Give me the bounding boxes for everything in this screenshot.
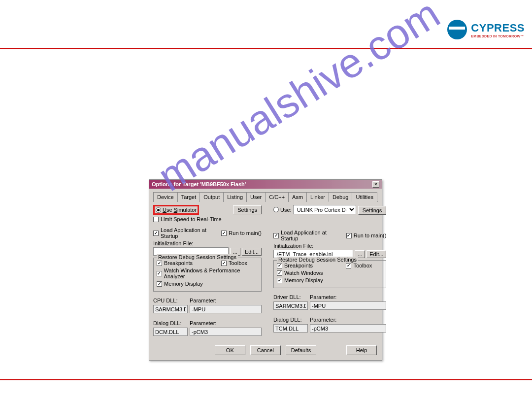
- dbg-watch-checkbox[interactable]: [277, 270, 282, 276]
- dbg-settings-button[interactable]: Settings: [358, 206, 387, 215]
- sim-settings-button[interactable]: Settings: [233, 205, 262, 214]
- header-divider: [0, 48, 532, 49]
- sim-load-app-checkbox[interactable]: [153, 231, 159, 236]
- sim-edit-button[interactable]: Edit...: [242, 248, 262, 256]
- tab-linker[interactable]: Linker: [306, 192, 329, 202]
- dbg-restore-title: Restore Debug Session Settings: [277, 257, 358, 263]
- sim-watch-label: Watch Windows & Performance Analyzer: [164, 267, 258, 279]
- tab-target[interactable]: Target: [177, 192, 200, 202]
- sim-memory-label: Memory Display: [164, 281, 203, 287]
- options-dialog: Options for Target 'MB9BF50x Flash' × De…: [149, 179, 382, 361]
- sim-breakpoints-label: Breakpoints: [164, 260, 219, 266]
- logo-mark: [447, 20, 467, 39]
- cpu-dll-input: [153, 305, 188, 313]
- sim-dialog-dll-input: [153, 328, 188, 336]
- sim-memory-checkbox[interactable]: [157, 281, 162, 287]
- dbg-toolbox-label: Toolbox: [353, 263, 383, 268]
- driver-dll-label: Driver DLL:: [273, 294, 308, 300]
- dbg-dialog-dll-label: Dialog DLL:: [273, 317, 308, 323]
- dbg-dialog-param-input: [310, 324, 386, 332]
- tab-bar: Device Target Output Listing User C/C++ …: [153, 192, 378, 202]
- tab-listing[interactable]: Listing: [223, 192, 247, 202]
- cpu-param-label: Parameter:: [190, 298, 216, 303]
- use-simulator-label: Use Simulator: [163, 207, 197, 213]
- sim-dialog-dll-label: Dialog DLL:: [153, 320, 188, 326]
- dbg-load-app-checkbox[interactable]: [273, 233, 279, 238]
- sim-toolbox-checkbox[interactable]: [221, 261, 227, 266]
- sim-run-main-label: Run to main(): [229, 230, 262, 236]
- dbg-watch-label: Watch Windows: [284, 270, 323, 276]
- cpu-dll-label: CPU DLL:: [153, 298, 188, 303]
- dialog-buttons: OK Cancel Defaults Help: [153, 342, 378, 356]
- brand-logo: CYPRESS EMBEDDED IN TOMORROW™: [447, 20, 525, 39]
- use-debugger-radio[interactable]: [273, 207, 279, 212]
- sim-run-main-checkbox[interactable]: [221, 231, 227, 236]
- dbg-restore-fieldset: Restore Debug Session Settings Breakpoin…: [273, 260, 386, 288]
- brand-name: CYPRESS: [471, 22, 525, 34]
- close-icon[interactable]: ×: [372, 181, 379, 188]
- cpu-param-input: [190, 305, 262, 313]
- tab-output[interactable]: Output: [200, 192, 224, 202]
- use-simulator-highlight: Use Simulator: [153, 205, 199, 215]
- driver-dll-input: [273, 301, 308, 310]
- dbg-breakpoints-label: Breakpoints: [284, 263, 344, 268]
- dbg-dialog-param-label: Parameter:: [310, 317, 336, 323]
- sim-watch-checkbox[interactable]: [157, 271, 162, 276]
- tab-device[interactable]: Device: [153, 192, 178, 202]
- dbg-run-main-checkbox[interactable]: [346, 233, 352, 238]
- cancel-button[interactable]: Cancel: [250, 345, 281, 355]
- tab-debug[interactable]: Debug: [329, 192, 352, 202]
- tab-cpp[interactable]: C/C++: [265, 192, 289, 202]
- defaults-button[interactable]: Defaults: [286, 345, 316, 355]
- dbg-edit-button[interactable]: Edit...: [366, 250, 386, 258]
- sim-dialog-param-label: Parameter:: [190, 320, 216, 326]
- sim-restore-title: Restore Debug Session Settings: [157, 254, 238, 260]
- dialog-title: Options for Target 'MB9BF50x Flash': [152, 181, 246, 187]
- dbg-memory-label: Memory Display: [284, 277, 323, 283]
- debugger-select[interactable]: ULINK Pro Cortex Debugger: [293, 205, 356, 214]
- sim-load-app-label: Load Application at Startup: [161, 227, 219, 239]
- dbg-toolbox-checkbox[interactable]: [346, 263, 351, 268]
- tab-utilities[interactable]: Utilities: [352, 192, 377, 202]
- help-button[interactable]: Help: [346, 345, 377, 355]
- driver-param-input: [310, 301, 386, 310]
- sim-toolbox-label: Toolbox: [229, 260, 258, 266]
- dbg-init-file-label: Initialization File:: [273, 243, 386, 249]
- dbg-memory-checkbox[interactable]: [277, 278, 282, 283]
- watermark-text: manualshive.com: [150, 0, 448, 201]
- sim-breakpoints-checkbox[interactable]: [157, 261, 162, 266]
- sim-restore-fieldset: Restore Debug Session Settings Breakpoin…: [153, 258, 262, 292]
- tab-user[interactable]: User: [246, 192, 266, 202]
- brand-tagline: EMBEDDED IN TOMORROW™: [471, 34, 525, 38]
- dbg-load-app-label: Load Application at Startup: [281, 230, 344, 241]
- dialog-titlebar[interactable]: Options for Target 'MB9BF50x Flash' ×: [149, 180, 382, 189]
- use-simulator-radio[interactable]: [156, 207, 161, 213]
- dbg-breakpoints-checkbox[interactable]: [277, 263, 282, 268]
- debugger-panel: Use: ULINK Pro Cortex Debugger Settings …: [273, 205, 386, 337]
- ok-button[interactable]: OK: [215, 345, 245, 355]
- limit-speed-checkbox[interactable]: [153, 217, 159, 222]
- tab-asm[interactable]: Asm: [288, 192, 307, 202]
- use-debugger-label: Use:: [280, 207, 292, 213]
- footer-divider: [0, 379, 532, 380]
- driver-param-label: Parameter:: [310, 294, 336, 300]
- sim-dialog-param-input: [190, 328, 262, 336]
- sim-init-file-label: Initialization File:: [153, 240, 262, 246]
- simulator-panel: Use Simulator Settings Limit Speed to Re…: [153, 205, 262, 337]
- limit-speed-label: Limit Speed to Real-Time: [161, 216, 222, 222]
- dbg-run-main-label: Run to main(): [354, 233, 387, 238]
- dbg-dialog-dll-input: [273, 324, 308, 332]
